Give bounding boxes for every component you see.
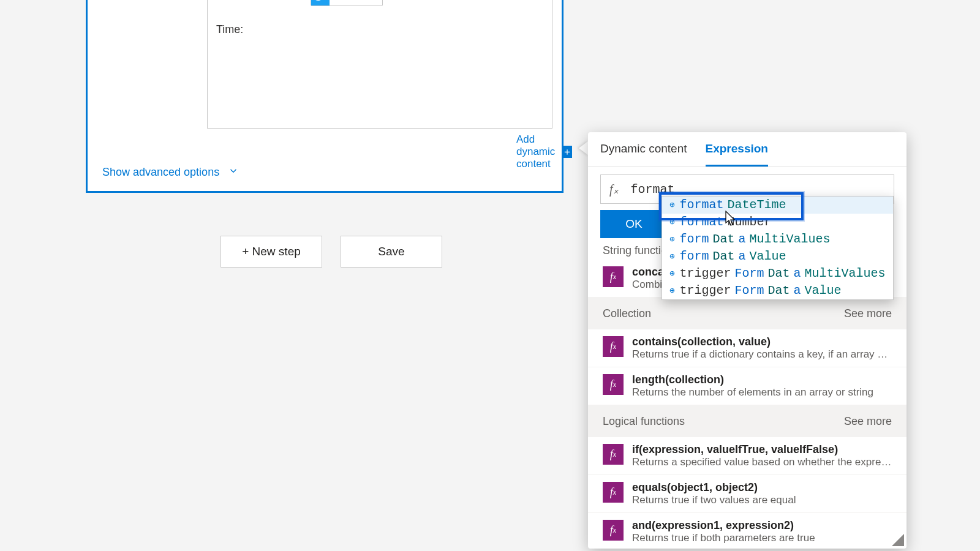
fn-desc: Returns true if two values are equal [632,494,796,506]
fn-sig: if(expression, valueIfTrue, valueIfFalse… [632,443,892,456]
fx-icon: fₓ [609,182,619,197]
autocomplete-text-part: trigger [679,282,731,299]
action-card: Name of the user: Name ✕ Time: Add dynam… [86,0,564,193]
method-icon: ⊕ [669,248,674,265]
autocomplete-text-part: Form [734,265,764,282]
fx-badge-icon: fx [603,482,624,503]
autocomplete-text-part: Number [727,214,771,231]
fn-sig: contains(collection, value) [632,335,892,348]
ok-button[interactable]: OK [600,210,668,238]
autocomplete-text-part: trigger [679,265,731,282]
tab-dynamic-content[interactable]: Dynamic content [600,132,687,167]
tab-expression[interactable]: Expression [706,132,768,167]
dynamic-token-name[interactable]: Name ✕ [311,0,383,6]
flow-footer-buttons: + New step Save [221,236,442,268]
autocomplete-item[interactable]: ⊕formDataValue [662,248,893,265]
see-more-collection[interactable]: See more [844,307,892,320]
fx-badge-icon: fx [603,336,624,357]
add-dynamic-content-link[interactable]: Add dynamic content ＋ [516,133,572,170]
method-icon: ⊕ [669,282,674,299]
autocomplete-text-part: Dat [767,265,790,282]
autocomplete-text-part: format [679,214,723,231]
fn-contains[interactable]: fx contains(collection, value) Returns t… [588,329,907,367]
fn-sig: and(expression1, expression2) [632,519,815,532]
autocomplete-item[interactable]: ⊕formatDateTime [662,197,893,214]
scroll-down-icon[interactable] [892,534,904,546]
category-logical: Logical functions [603,415,685,428]
autocomplete-item[interactable]: ⊕triggerFormDataMultiValues [662,265,893,282]
autocomplete-text-part: form [679,248,709,265]
autocomplete-text-part: a [738,231,745,248]
token-remove-icon[interactable]: ✕ [369,0,377,5]
fn-sig: length(collection) [632,373,873,386]
expression-panel: Dynamic content Expression fₓ OK String … [588,132,907,549]
save-button[interactable]: Save [341,236,442,268]
show-advanced-label: Show advanced options [102,166,219,179]
new-step-button[interactable]: + New step [221,236,322,268]
autocomplete-text-part: Value [749,248,786,265]
autocomplete-popup: ⊕formatDateTime⊕formatNumber⊕formDataMul… [662,196,894,300]
token-label: Name [336,0,363,5]
body-time-label: Time: [216,21,243,38]
show-advanced-options[interactable]: Show advanced options [102,165,239,179]
autocomplete-text-part: Dat [767,282,790,299]
body-line-label: Name of the user: [216,0,307,5]
method-icon: ⊕ [669,265,674,282]
panel-tabs: Dynamic content Expression [588,132,907,167]
fn-desc: Returns a specified value based on wheth… [632,456,892,468]
panel-caret-icon [579,141,589,156]
fx-badge-icon: fx [603,444,624,465]
fx-badge-icon: fx [603,520,624,541]
method-icon: ⊕ [669,231,674,248]
autocomplete-text-part: DateTime [727,197,786,214]
twitter-icon [311,0,330,6]
fn-desc: Returns true if a dictionary contains a … [632,348,892,361]
autocomplete-text-part: Dat [712,231,734,248]
category-collection: Collection [603,307,651,320]
fn-if[interactable]: fx if(expression, valueIfTrue, valueIfFa… [588,437,907,475]
autocomplete-text-part: a [793,282,801,299]
autocomplete-text-part: form [679,231,709,248]
fn-length[interactable]: fx length(collection) Returns the number… [588,367,907,405]
see-more-logical[interactable]: See more [844,415,892,428]
autocomplete-item[interactable]: ⊕formDataMultiValues [662,231,893,248]
autocomplete-text-part: Dat [712,248,734,265]
expression-input[interactable] [630,182,885,197]
autocomplete-item[interactable]: ⊕formatNumber [662,214,893,231]
chevron-down-icon [228,165,239,179]
autocomplete-text-part: MultiValues [805,265,886,282]
autocomplete-text-part: Value [805,282,842,299]
plus-icon: ＋ [562,146,572,158]
fn-and[interactable]: fx and(expression1, expression2) Returns… [588,513,907,549]
autocomplete-text-part: a [738,248,745,265]
fx-badge-icon: fx [603,266,624,287]
fn-desc: Returns true if both parameters are true [632,532,815,544]
message-body[interactable]: Name of the user: Name ✕ Time: [207,0,552,129]
add-dynamic-content-label: Add dynamic content [516,133,557,170]
fn-sig: equals(object1, object2) [632,481,796,494]
autocomplete-text-part: Form [734,282,764,299]
autocomplete-text-part: MultiValues [749,231,830,248]
autocomplete-text-part: a [793,265,801,282]
autocomplete-text-part: format [679,197,723,214]
method-icon: ⊕ [669,197,674,214]
fn-equals[interactable]: fx equals(object1, object2) Returns true… [588,475,907,513]
method-icon: ⊕ [669,214,674,231]
fx-badge-icon: fx [603,374,624,395]
autocomplete-item[interactable]: ⊕triggerFormDataValue [662,282,893,299]
fn-desc: Returns the number of elements in an arr… [632,386,873,399]
